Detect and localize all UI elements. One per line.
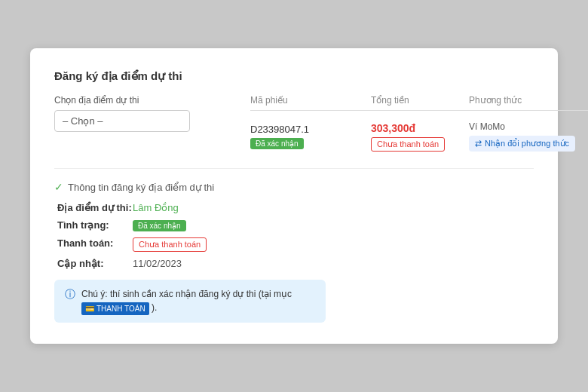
status-label: Tình trạng: <box>57 219 133 231</box>
info-section: ✓ Thông tin đăng ký địa điểm dự thi Địa … <box>54 181 534 322</box>
check-icon: ✓ <box>54 181 63 193</box>
right-panel: Mã phiếu Tổng tiền Phương thức # D233980… <box>250 95 588 156</box>
change-icon: ⇄ <box>475 139 482 149</box>
payment-tag: 💳 THANH TOÁN <box>81 302 149 315</box>
info-section-title: Thông tin đăng ký địa điểm dự thi <box>68 182 214 193</box>
note-text-after: ). <box>152 302 157 313</box>
left-panel: Chọn địa điểm dự thi – Chọn – <box>54 95 220 132</box>
location-label: Địa điểm dự thi: <box>57 202 133 213</box>
col-method: Phương thức <box>469 95 588 106</box>
info-icon: ⓘ <box>65 288 75 302</box>
amount-cell: 303,300đ Chưa thanh toán <box>371 122 469 152</box>
method-name: Ví MoMo <box>469 121 588 132</box>
code-badge: Đã xác nhận <box>250 138 304 149</box>
status-value: Đã xác nhận <box>133 219 534 231</box>
col-total: Tổng tiền <box>371 95 469 106</box>
main-card: Đăng ký địa điểm dự thi Chọn địa điểm dự… <box>30 48 558 343</box>
ticket-code: D23398047.1 <box>250 124 371 135</box>
divider <box>54 168 534 169</box>
card-icon: 💳 <box>85 303 94 314</box>
info-grid: Địa điểm dự thi: Lâm Đồng Tình trạng: Đã… <box>57 202 534 269</box>
col-code: Mã phiếu <box>250 95 371 106</box>
code-cell: D23398047.1 Đã xác nhận <box>250 124 371 149</box>
select-label: Chọn địa điểm dự thi <box>54 95 220 106</box>
payment-inline-badge: Chưa thanh toán <box>133 237 207 252</box>
table-header: Mã phiếu Tổng tiền Phương thức # <box>250 95 588 111</box>
change-method-button[interactable]: ⇄ Nhận đổi phương thức <box>469 136 575 152</box>
location-value: Lâm Đồng <box>133 202 534 213</box>
payment-status-badge: Chưa thanh toán <box>371 137 445 152</box>
update-label: Cập nhật: <box>57 258 133 269</box>
card-title: Đăng ký địa điểm dự thi <box>54 69 534 83</box>
method-cell: Ví MoMo ⇄ Nhận đổi phương thức <box>469 121 588 152</box>
update-value: 11/02/2023 <box>133 258 534 269</box>
info-header: ✓ Thông tin đăng ký địa điểm dự thi <box>54 181 534 193</box>
note-text: Chú ý: thí sinh cần xác nhận đăng ký dự … <box>81 287 315 314</box>
payment-tag-label: THANH TOÁN <box>96 303 145 314</box>
note-box: ⓘ Chú ý: thí sinh cần xác nhận đăng ký d… <box>54 280 326 322</box>
amount-value: 303,300đ <box>371 122 469 134</box>
payment-label: Thanh toán: <box>57 237 133 252</box>
status-badge: Đã xác nhận <box>133 220 186 231</box>
note-text-before: Chú ý: thí sinh cần xác nhận đăng ký dự … <box>81 289 292 299</box>
table-row: D23398047.1 Đã xác nhận 303,300đ Chưa th… <box>250 117 588 156</box>
change-label: Nhận đổi phương thức <box>485 139 569 149</box>
location-select[interactable]: – Chọn – <box>54 110 190 132</box>
payment-value-cell: Chưa thanh toán <box>133 237 534 252</box>
